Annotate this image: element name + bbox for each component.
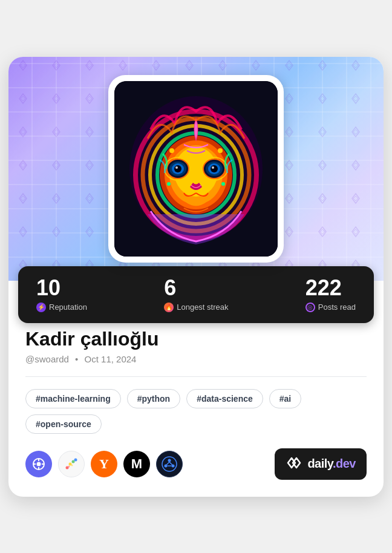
reputation-value: 10 — [36, 277, 60, 299]
source-icon-ycombinator[interactable]: Y — [91, 451, 117, 477]
divider — [25, 376, 367, 377]
flame-icon: 🔥 — [164, 303, 174, 312]
daily-dev-icon — [286, 454, 302, 474]
meta-dot: • — [75, 354, 78, 364]
svg-point-24 — [212, 166, 214, 169]
profile-banner — [8, 57, 384, 281]
tag-machine-learning[interactable]: #machine-learning — [25, 389, 121, 408]
svg-point-23 — [211, 165, 218, 172]
yc-letter: Y — [99, 456, 109, 472]
tag-open-source[interactable]: #open-source — [25, 414, 102, 434]
tag-ai[interactable]: #ai — [269, 389, 301, 408]
svg-point-45 — [168, 459, 171, 462]
svg-point-28 — [218, 148, 223, 153]
stat-reputation: 10 ⚡ Reputation — [36, 277, 87, 312]
daily-dev-logo[interactable]: daily.dev — [275, 448, 367, 480]
profile-card: 10 ⚡ Reputation 6 🔥 Longest streak 222 ◎… — [8, 57, 384, 497]
profile-info: Kadir çallıoğlu @swoardd • Oct 11, 2024 … — [8, 328, 384, 487]
profile-date: Oct 11, 2024 — [85, 354, 137, 364]
posts-value: 222 — [305, 277, 342, 299]
circle-icon: ◎ — [305, 303, 315, 312]
svg-point-41 — [68, 465, 70, 467]
svg-point-16 — [174, 165, 181, 172]
svg-point-30 — [221, 182, 225, 186]
profile-meta: @swoardd • Oct 11, 2024 — [25, 354, 367, 364]
streak-value: 6 — [164, 277, 176, 299]
bottom-row: Y M — [25, 448, 367, 482]
stats-bar: 10 ⚡ Reputation 6 🔥 Longest streak 222 ◎… — [18, 266, 374, 323]
tags-container: #machine-learning #python #data-science … — [25, 389, 367, 434]
stat-posts: 222 ◎ Posts read — [305, 277, 356, 312]
avatar — [114, 81, 278, 257]
posts-label: ◎ Posts read — [305, 303, 356, 312]
reputation-label: ⚡ Reputation — [36, 303, 87, 312]
avatar-wrapper — [108, 75, 284, 263]
source-icon-medium[interactable]: M — [123, 451, 150, 477]
medium-letter: M — [131, 456, 142, 472]
svg-point-27 — [169, 148, 174, 153]
bolt-icon: ⚡ — [36, 303, 46, 312]
tag-data-science[interactable]: #data-science — [186, 389, 263, 408]
streak-label: 🔥 Longest streak — [164, 303, 228, 312]
source-icon-crosshair[interactable] — [25, 451, 52, 477]
svg-point-17 — [175, 166, 178, 169]
svg-point-40 — [74, 458, 77, 461]
source-icon-ml-mastery[interactable] — [156, 451, 183, 477]
svg-point-42 — [71, 464, 73, 466]
profile-handle: @swoardd — [25, 354, 69, 364]
svg-point-29 — [167, 182, 171, 186]
svg-point-32 — [37, 462, 41, 466]
daily-brand-text: daily.dev — [307, 457, 356, 471]
source-icon-scatter[interactable] — [58, 451, 85, 477]
source-icons: Y M — [25, 451, 183, 477]
tag-python[interactable]: #python — [127, 389, 180, 408]
profile-name: Kadir çallıoğlu — [25, 328, 367, 350]
avatar-image — [114, 81, 278, 257]
svg-point-39 — [72, 460, 75, 463]
stat-streak: 6 🔥 Longest streak — [164, 277, 228, 312]
